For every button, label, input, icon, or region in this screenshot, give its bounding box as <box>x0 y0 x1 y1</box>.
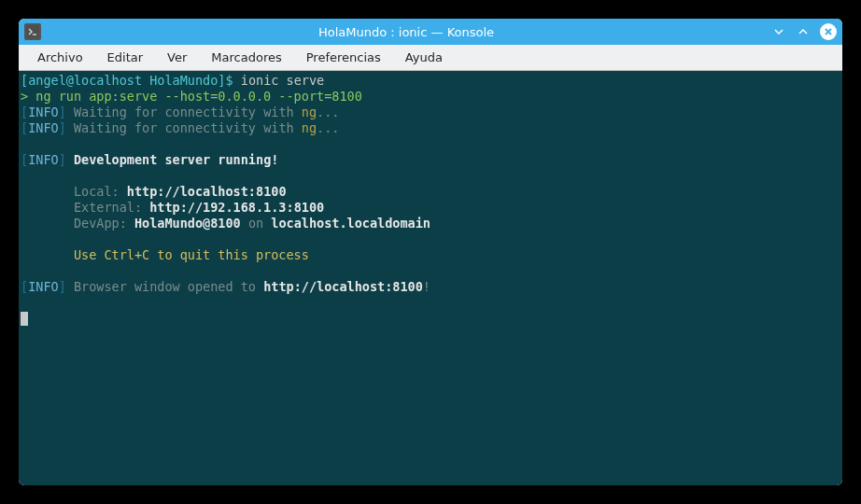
menu-preferencias[interactable]: Preferencias <box>295 47 392 68</box>
app-icon <box>24 23 41 40</box>
browser-url: http://localhost:8100 <box>263 279 423 294</box>
waiting-text: Waiting for connectivity with <box>74 120 294 135</box>
devapp-label: DevApp: <box>74 216 127 231</box>
browser-suffix: ! <box>423 279 430 294</box>
minimize-button[interactable] <box>771 24 786 39</box>
maximize-button[interactable] <box>796 24 811 39</box>
waiting-suffix: ... <box>317 120 339 135</box>
info-label: INFO <box>28 105 59 119</box>
window-title: HolaMundo : ionic — Konsole <box>47 25 766 39</box>
devapp-value: HolaMundo@8100 <box>134 216 241 231</box>
browser-prefix: Browser window opened to <box>74 279 256 294</box>
prompt-user: angel@localhost <box>28 73 142 88</box>
info-label: INFO <box>28 152 59 167</box>
menu-archivo[interactable]: Archivo <box>26 47 94 68</box>
titlebar[interactable]: HolaMundo : ionic — Konsole <box>19 19 842 45</box>
info-label: INFO <box>28 279 59 294</box>
quit-text: Use Ctrl+C to quit this process <box>74 247 309 262</box>
ng-line: ng run app:serve --host=0.0.0.0 --port=8… <box>35 89 362 104</box>
info-label: INFO <box>28 120 59 135</box>
prompt-dir: HolaMundo <box>149 73 218 88</box>
devapp-host: localhost.localdomain <box>271 216 430 231</box>
local-label: Local: <box>74 184 120 199</box>
ng-prefix: > <box>21 89 28 104</box>
typed-command: ionic serve <box>241 73 324 88</box>
waiting-text: Waiting for connectivity with <box>74 105 294 119</box>
menu-ver[interactable]: Ver <box>156 47 198 68</box>
terminal-area[interactable]: [angel@localhost HolaMundo]$ ionic serve… <box>19 71 842 485</box>
window-controls <box>771 23 837 40</box>
waiting-suffix: ... <box>317 105 339 119</box>
menu-editar[interactable]: Editar <box>96 47 155 68</box>
cursor <box>21 312 28 326</box>
waiting-target: ng <box>302 105 317 119</box>
waiting-target: ng <box>302 120 317 135</box>
external-url: http://192.168.1.3:8100 <box>149 200 324 215</box>
devapp-on: on <box>248 216 263 231</box>
menubar: Archivo Editar Ver Marcadores Preferenci… <box>19 45 842 71</box>
menu-ayuda[interactable]: Ayuda <box>394 47 454 68</box>
konsole-window: HolaMundo : ionic — Konsole Archivo Edit… <box>19 19 842 485</box>
dev-server-running: Development server running! <box>74 152 278 167</box>
close-button[interactable] <box>820 23 837 40</box>
local-url: http://localhost:8100 <box>127 184 287 199</box>
terminal-output: [angel@localhost HolaMundo]$ ionic serve… <box>21 73 840 327</box>
menu-marcadores[interactable]: Marcadores <box>200 47 292 68</box>
external-label: External: <box>74 200 142 215</box>
